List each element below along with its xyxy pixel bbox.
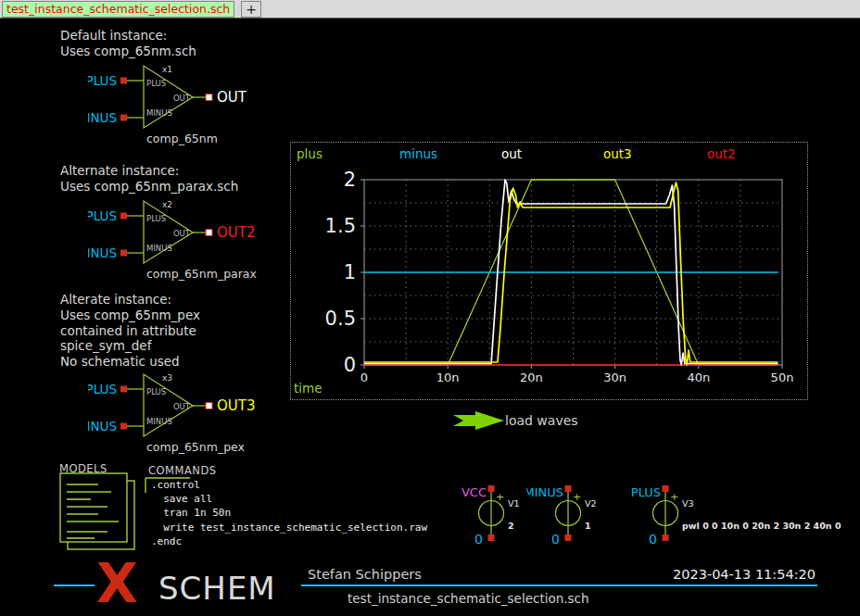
- plus-pin: [120, 213, 127, 220]
- launcher-arrow-icon[interactable]: [451, 411, 505, 430]
- gnd-pin: [663, 534, 669, 541]
- source-value: pwl 0 0 10n 0 20n 2 30n 2 40n 0: [682, 521, 841, 531]
- x-tick-label: 20n: [520, 371, 543, 384]
- pin-name-plus: PLUS: [146, 214, 166, 223]
- opamp-symbol-x1[interactable]: PLUSMINUSx1PLUSMINUSOUTOUTcomp_65nm: [88, 57, 283, 145]
- instance-1-title: Default instance:Uses comp_65nm.sch: [60, 28, 196, 59]
- arrow-head: [475, 411, 504, 430]
- author-name: Stefan Schippers: [308, 567, 422, 582]
- text-line: Default instance:: [60, 28, 196, 44]
- out-pin: [206, 230, 212, 236]
- legend-item-minus[interactable]: minus: [399, 146, 437, 161]
- plus-sign: +: [670, 491, 678, 503]
- titleblock-left-line: [54, 585, 95, 586]
- x-axis-title: time: [294, 381, 322, 396]
- symbol-name: comp_65nm_parax: [146, 267, 257, 281]
- y-tick-label: 1.5: [325, 215, 356, 237]
- symbol-name: comp_65nm: [146, 132, 218, 145]
- legend-item-out[interactable]: out: [501, 146, 522, 161]
- net-label-plus: PLUS: [88, 208, 117, 223]
- source-net-label: MINUS: [526, 485, 563, 499]
- source-ref: V1: [508, 498, 520, 509]
- y-tick-label: 1: [344, 261, 356, 283]
- pin-name-out: OUT: [173, 229, 191, 238]
- net-label-minus: MINUS: [88, 419, 117, 434]
- net-label-minus: MINUS: [88, 245, 117, 260]
- y-tick-label: 0.5: [325, 308, 356, 330]
- new-tab-button[interactable]: +: [241, 1, 261, 18]
- y-tick-label: 0: [344, 354, 356, 376]
- source-net-label: VCC: [462, 485, 487, 499]
- top-pin: [663, 485, 669, 492]
- instance-ref: x2: [162, 200, 172, 209]
- models-documents-icon[interactable]: [56, 472, 144, 556]
- spice-commands-text[interactable]: .control save all tran 1n 50n write test…: [151, 478, 427, 548]
- symbol-name: comp_65nm_pex: [146, 440, 245, 454]
- pin-name-plus: PLUS: [146, 79, 166, 88]
- source-value: 1: [585, 521, 591, 531]
- tab-bar: test_instance_schematic_selection.sch +: [0, 0, 860, 19]
- waveform-graph[interactable]: 010n20n30n40n50n00.511.52 plusminusoutou…: [290, 142, 808, 400]
- source-value: 2: [508, 521, 514, 531]
- top-pin: [565, 485, 572, 492]
- opamp-symbol-x3[interactable]: PLUSMINUSx3PLUSMINUSOUTOUT3comp_65nm_pex: [88, 366, 283, 454]
- source-ref: V3: [682, 498, 694, 509]
- xschem-window: test_instance_schematic_selection.sch + …: [0, 0, 860, 616]
- titleblock-underline: [301, 585, 817, 586]
- series-out3: [364, 182, 778, 365]
- instance-3-title: Alterate instance:Uses comp_65nm_pexcont…: [60, 292, 200, 370]
- x-tick-label: 40n: [687, 371, 710, 384]
- source-ref: V2: [585, 498, 597, 509]
- text-line: Uses comp_65nm_pex: [60, 308, 200, 323]
- text-line: Alternate instance:: [60, 163, 238, 179]
- text-line: spice_sym_def: [60, 338, 200, 354]
- x-tick-label: 50n: [771, 371, 794, 384]
- pin-name-out: OUT: [173, 94, 191, 103]
- plus-sign: +: [573, 491, 581, 503]
- opamp-symbol-x2[interactable]: PLUSMINUSx2PLUSMINUSOUTOUT2comp_65nm_par…: [88, 193, 283, 281]
- legend-item-plus[interactable]: plus: [297, 146, 322, 161]
- gnd-pin: [565, 534, 572, 541]
- legend-item-out3[interactable]: out3: [603, 146, 632, 161]
- load-waves-launcher[interactable]: load waves: [505, 413, 578, 428]
- source-net-label: PLUS: [631, 485, 661, 499]
- timestamp: 2023-04-13 11:54:20: [673, 567, 816, 582]
- y-tick-label: 2: [344, 169, 356, 191]
- plus-pin: [120, 386, 127, 393]
- waveform-plot: 010n20n30n40n50n00.511.52: [291, 143, 807, 399]
- minus-pin: [120, 115, 127, 121]
- legend-item-out2[interactable]: out2: [707, 146, 736, 161]
- gnd-label: 0: [551, 532, 560, 547]
- instance-ref: x1: [162, 65, 172, 74]
- xschem-logo-x: X: [96, 557, 138, 610]
- text-line: contained in attribute: [60, 323, 200, 339]
- plus-pin: [120, 78, 127, 84]
- pin-name-minus: MINUS: [146, 108, 172, 118]
- gnd-pin: [488, 534, 495, 541]
- out-pin: [206, 403, 212, 409]
- x-tick-label: 30n: [603, 371, 626, 384]
- plus-sign: +: [496, 491, 504, 503]
- net-label-out: OUT: [217, 89, 247, 106]
- schematic-filename: test_instance_schematic_selection.sch: [348, 591, 589, 606]
- vsource-v3[interactable]: +PLUSV3pwl 0 0 10n 0 20n 2 30n 2 40n 00: [624, 482, 855, 547]
- pin-name-minus: MINUS: [146, 417, 172, 426]
- net-label-plus: PLUS: [88, 382, 117, 396]
- gnd-label: 0: [474, 532, 483, 547]
- net-label-minus: MINUS: [88, 110, 117, 125]
- top-pin: [488, 485, 495, 492]
- minus-pin: [120, 250, 127, 257]
- net-label-plus: PLUS: [88, 73, 117, 88]
- text-line: Alterate instance:: [60, 292, 200, 308]
- gnd-label: 0: [649, 532, 657, 547]
- net-label-out: OUT2: [217, 224, 256, 241]
- net-label-out: OUT3: [217, 397, 256, 414]
- instance-2-title: Alternate instance:Uses comp_65nm_parax.…: [60, 163, 238, 195]
- minus-pin: [120, 423, 127, 430]
- tab-current-schematic[interactable]: test_instance_schematic_selection.sch: [2, 1, 234, 18]
- pin-name-plus: PLUS: [146, 387, 166, 396]
- instance-ref: x3: [162, 373, 172, 383]
- pin-name-minus: MINUS: [146, 244, 172, 253]
- x-tick-label: 0: [360, 371, 368, 384]
- out-pin: [206, 94, 212, 101]
